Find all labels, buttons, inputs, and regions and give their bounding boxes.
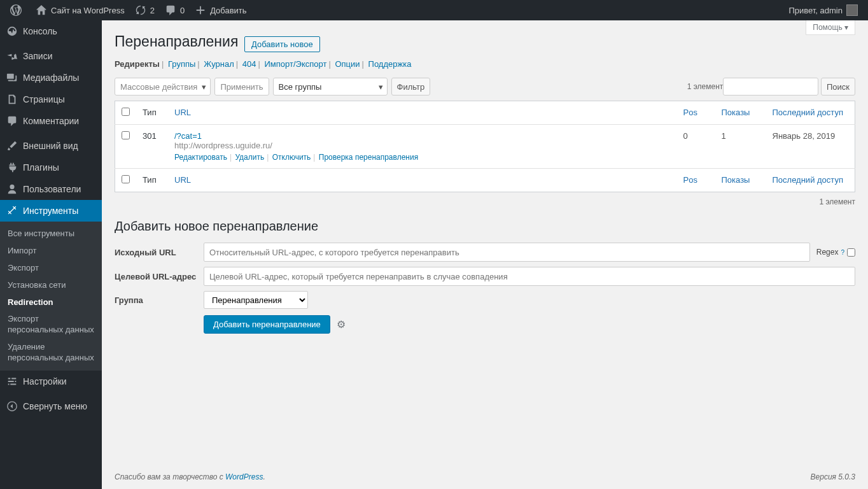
greeting: Привет, admin bbox=[788, 6, 843, 15]
menu-comments[interactable]: Комментарии bbox=[0, 110, 102, 132]
regex-help-icon[interactable]: ? bbox=[841, 249, 844, 256]
col-hits-bottom[interactable]: Показы bbox=[715, 169, 766, 192]
source-url-input[interactable] bbox=[204, 243, 810, 262]
help-tab[interactable]: Помощь bbox=[806, 20, 855, 35]
plugin-icon bbox=[6, 162, 18, 173]
row-target: http://wordpress.uguide.ru/ bbox=[174, 141, 272, 150]
row-url[interactable]: /?cat=1 bbox=[174, 131, 202, 141]
col-last[interactable]: Последний доступ bbox=[766, 101, 855, 125]
submenu-redirection[interactable]: Redirection bbox=[0, 294, 102, 311]
submenu-export[interactable]: Экспорт bbox=[0, 260, 102, 277]
menu-tools[interactable]: Инструменты bbox=[0, 200, 102, 222]
row-check[interactable]: Проверка перенаправления bbox=[319, 153, 418, 162]
submenu-export-personal[interactable]: Экспорт персональных данных bbox=[0, 311, 102, 339]
tab-log[interactable]: Журнал bbox=[204, 59, 234, 69]
add-new-button[interactable]: Добавить новое bbox=[244, 36, 320, 52]
submenu-import[interactable]: Импорт bbox=[0, 243, 102, 260]
submenu-delete-personal[interactable]: Удаление персональных данных bbox=[0, 339, 102, 367]
menu-collapse[interactable]: Свернуть меню bbox=[0, 395, 102, 417]
bulk-actions-select[interactable]: Массовые действия bbox=[115, 78, 211, 96]
col-type-bottom: Тип bbox=[136, 169, 168, 192]
select-all-checkbox[interactable] bbox=[122, 108, 130, 116]
submenu-network-setup[interactable]: Установка сети bbox=[0, 277, 102, 294]
row-disable[interactable]: Отключить bbox=[272, 153, 311, 162]
add-redirect-button[interactable]: Добавить перенаправление bbox=[204, 315, 330, 334]
submenu-tools: Все инструменты Импорт Экспорт Установка… bbox=[0, 222, 102, 371]
gear-icon[interactable]: ⚙ bbox=[337, 318, 346, 330]
comments-link[interactable]: 0 bbox=[160, 0, 190, 20]
col-pos[interactable]: Pos bbox=[677, 101, 715, 125]
bulk-apply-button[interactable]: Применить bbox=[214, 78, 269, 96]
add-new-label: Добавить bbox=[210, 6, 246, 15]
col-hits[interactable]: Показы bbox=[715, 101, 766, 125]
row-last: Январь 28, 2019 bbox=[766, 125, 855, 169]
wrench-icon bbox=[6, 205, 18, 216]
update-icon bbox=[135, 4, 146, 16]
tab-404[interactable]: 404 bbox=[242, 59, 256, 69]
comments-count: 0 bbox=[180, 6, 185, 15]
menu-settings[interactable]: Настройки bbox=[0, 371, 102, 392]
col-url[interactable]: URL bbox=[168, 101, 677, 125]
media-icon bbox=[6, 72, 18, 83]
comments-icon bbox=[6, 115, 18, 127]
page-icon bbox=[6, 94, 18, 105]
add-redirect-title: Добавить новое перенаправление bbox=[115, 219, 855, 234]
add-new-link[interactable]: Добавить bbox=[190, 0, 251, 20]
row-checkbox[interactable] bbox=[122, 131, 130, 139]
col-pos-bottom[interactable]: Pos bbox=[677, 169, 715, 192]
col-type: Тип bbox=[136, 101, 168, 125]
redirects-table: Тип URL Pos Показы Последний доступ 301 … bbox=[115, 101, 855, 192]
tab-groups[interactable]: Группы bbox=[168, 59, 195, 69]
group-filter-select[interactable]: Все группы bbox=[273, 78, 388, 96]
filter-button[interactable]: Фильтр bbox=[391, 78, 431, 96]
target-url-input[interactable] bbox=[204, 267, 855, 286]
table-row: 301 /?cat=1 http://wordpress.uguide.ru/ … bbox=[115, 125, 855, 169]
tab-import-export[interactable]: Импорт/Экспорт bbox=[265, 59, 327, 69]
tab-redirects[interactable]: Редиректы bbox=[115, 59, 160, 69]
wordpress-icon bbox=[10, 4, 22, 16]
avatar bbox=[846, 4, 858, 16]
search-button[interactable]: Поиск bbox=[821, 78, 855, 96]
user-icon bbox=[6, 183, 18, 195]
tab-options[interactable]: Опции bbox=[335, 59, 360, 69]
row-delete[interactable]: Удалить bbox=[235, 153, 264, 162]
row-edit[interactable]: Редактировать bbox=[174, 153, 227, 162]
updates-count: 2 bbox=[150, 6, 155, 15]
updates-link[interactable]: 2 bbox=[130, 0, 160, 20]
col-last-bottom[interactable]: Последний доступ bbox=[766, 169, 855, 192]
tabs: Редиректы| Группы| Журнал| 404| Импорт/Э… bbox=[115, 59, 855, 69]
menu-plugins[interactable]: Плагины bbox=[0, 157, 102, 178]
regex-label: Regex bbox=[816, 248, 839, 257]
admin-bar: Сайт на WordPress 2 0 Добавить Привет, a… bbox=[0, 0, 868, 20]
submenu-all-tools[interactable]: Все инструменты bbox=[0, 225, 102, 243]
regex-checkbox[interactable] bbox=[847, 248, 855, 257]
target-url-label: Целевой URL-адрес bbox=[115, 272, 204, 281]
col-url-bottom[interactable]: URL bbox=[168, 169, 677, 192]
wp-logo[interactable] bbox=[5, 0, 31, 20]
menu-users[interactable]: Пользователи bbox=[0, 178, 102, 200]
menu-posts[interactable]: Записи bbox=[0, 45, 102, 67]
site-name-link[interactable]: Сайт на WordPress bbox=[31, 0, 130, 20]
home-icon bbox=[36, 4, 47, 16]
dashboard-icon bbox=[6, 25, 18, 37]
footer-wp-link[interactable]: WordPress bbox=[225, 472, 263, 481]
select-all-checkbox-bottom[interactable] bbox=[122, 175, 130, 183]
tab-support[interactable]: Поддержка bbox=[368, 59, 412, 69]
menu-media[interactable]: Медиафайлы bbox=[0, 67, 102, 89]
sliders-icon bbox=[6, 376, 18, 387]
page-title: Перенаправления bbox=[115, 33, 238, 50]
row-hits: 1 bbox=[715, 125, 766, 169]
search-input[interactable] bbox=[723, 78, 818, 96]
menu-pages[interactable]: Страницы bbox=[0, 89, 102, 110]
row-type: 301 bbox=[136, 125, 168, 169]
group-select[interactable]: Перенаправления bbox=[204, 291, 308, 309]
account-link[interactable]: Привет, admin bbox=[783, 0, 863, 20]
group-label: Группа bbox=[115, 295, 204, 305]
source-url-label: Исходный URL bbox=[115, 248, 204, 257]
site-name: Сайт на WordPress bbox=[51, 6, 125, 15]
menu-appearance[interactable]: Внешний вид bbox=[0, 135, 102, 157]
menu-dashboard[interactable]: Консоль bbox=[0, 20, 102, 42]
item-count-top: 1 элемент bbox=[687, 82, 724, 91]
brush-icon bbox=[6, 140, 18, 152]
item-count-bottom: 1 элемент bbox=[115, 197, 855, 206]
